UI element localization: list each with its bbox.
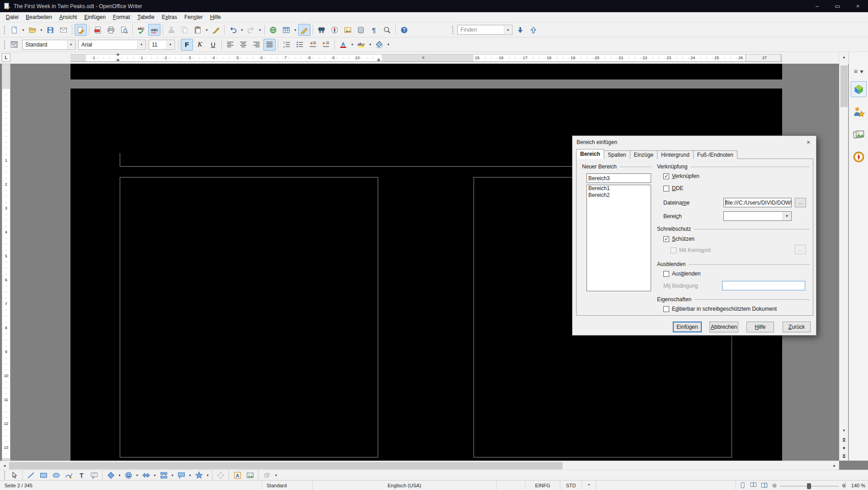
- symbol-shapes-dropdown[interactable]: ▾: [135, 469, 140, 481]
- freeform-line-button[interactable]: [63, 471, 75, 480]
- text-callout-button[interactable]: [88, 471, 100, 480]
- scroll-up-button[interactable]: ▲: [840, 53, 848, 61]
- single-page-view-button[interactable]: [738, 481, 747, 489]
- new-document-button[interactable]: [8, 24, 20, 36]
- align-center-button[interactable]: [237, 39, 249, 51]
- horizontal-ruler[interactable]: L 11234567891015161718192021222324252627…: [0, 52, 868, 64]
- checkbox-box[interactable]: ✓: [663, 173, 669, 179]
- symbol-shapes-button[interactable]: [122, 471, 134, 480]
- next-page-button[interactable]: [840, 453, 848, 461]
- tab-fuss-endnoten[interactable]: Fuß-/Endnoten: [693, 150, 737, 159]
- filename-input[interactable]: file:///C:/Users/DIVID/DOWN: [723, 198, 792, 207]
- horizontal-ruler-strip[interactable]: [70, 54, 782, 62]
- gallery-button[interactable]: [342, 24, 354, 36]
- find-input[interactable]: Finden▾: [457, 25, 512, 35]
- insert-mode[interactable]: EINFG: [525, 481, 560, 490]
- export-pdf-button[interactable]: [92, 24, 104, 36]
- checkbox-box[interactable]: [663, 186, 669, 191]
- italic-button[interactable]: K: [194, 39, 206, 51]
- section-select[interactable]: ▼: [723, 211, 792, 221]
- tab-type-selector[interactable]: L: [2, 53, 10, 62]
- tab-hintergrund[interactable]: Hintergrund: [657, 150, 694, 159]
- find-next-button[interactable]: [514, 24, 526, 36]
- section-name-input[interactable]: Bereich3: [586, 173, 651, 183]
- menu-fenster[interactable]: Fenster: [181, 13, 206, 22]
- dialog-close-icon[interactable]: ×: [805, 139, 812, 146]
- open-button[interactable]: [26, 24, 38, 36]
- font-color-button[interactable]: A: [337, 39, 349, 51]
- zuruck-button[interactable]: Zurück: [783, 322, 811, 332]
- sidebar-menu[interactable]: ≡ ▾: [851, 63, 867, 79]
- horizontal-scrollbar-thumb[interactable]: [9, 462, 563, 469]
- checkbox-box[interactable]: [663, 306, 669, 312]
- align-right-button[interactable]: [250, 39, 263, 51]
- scroll-right-button[interactable]: ►: [830, 462, 839, 470]
- formatting-marks-button[interactable]: ¶: [368, 24, 380, 36]
- zoom-out-button[interactable]: ⊖: [771, 482, 778, 489]
- scroll-left-button[interactable]: ◄: [0, 462, 9, 470]
- section-list[interactable]: Bereich1Bereich2: [586, 185, 651, 291]
- column-separator-icon[interactable]: ≡: [422, 55, 425, 60]
- paragraph-style-select-dropdown-arrow[interactable]: ▾: [67, 41, 75, 49]
- zoom-button[interactable]: [381, 24, 393, 36]
- redo-dropdown[interactable]: ▾: [258, 24, 263, 36]
- paste-button[interactable]: [192, 24, 204, 36]
- line-button[interactable]: [25, 471, 37, 480]
- table-button[interactable]: [280, 24, 292, 36]
- sidebar-gallery[interactable]: [851, 126, 867, 142]
- multi-page-view-button[interactable]: [749, 481, 758, 489]
- vertical-scrollbar-thumb[interactable]: [840, 65, 848, 107]
- modified-flag[interactable]: *: [582, 481, 596, 490]
- background-color-button[interactable]: [373, 39, 385, 51]
- flowchart-button[interactable]: [158, 471, 169, 480]
- menu-extras[interactable]: Extras: [158, 13, 181, 22]
- menu-einfugen[interactable]: Einfügen: [80, 13, 109, 22]
- filename-browse-button[interactable]: ...: [795, 198, 806, 207]
- undo-button[interactable]: [227, 24, 239, 36]
- page-style[interactable]: Standard: [262, 481, 313, 490]
- selection-mode[interactable]: STD: [560, 481, 582, 490]
- font-name-select[interactable]: Arial▾: [78, 40, 146, 50]
- language[interactable]: Englisch (USA): [313, 481, 497, 490]
- justify-button[interactable]: [263, 39, 276, 51]
- increase-indent-button[interactable]: [320, 39, 332, 51]
- tab-spalten[interactable]: Spalten: [604, 150, 630, 159]
- dde-checkbox-row[interactable]: DDE: [663, 185, 683, 191]
- menu-tabelle[interactable]: Tabelle: [134, 13, 158, 22]
- basic-shapes-dropdown[interactable]: ▾: [117, 469, 122, 481]
- close-button[interactable]: ×: [848, 0, 868, 12]
- block-arrows-button[interactable]: [140, 471, 152, 480]
- left-indent-marker[interactable]: [116, 58, 120, 61]
- sidebar-properties[interactable]: [851, 81, 867, 97]
- open-dropdown[interactable]: ▾: [39, 24, 44, 36]
- horizontal-scrollbar[interactable]: ◄ ►: [0, 461, 839, 470]
- link-checkbox-row[interactable]: ✓Verknüpfen: [663, 173, 699, 179]
- maximize-button[interactable]: ▭: [827, 0, 848, 12]
- previous-page-button[interactable]: [840, 435, 848, 443]
- font-size-select-dropdown-arrow[interactable]: ▾: [166, 41, 174, 49]
- ellipse-button[interactable]: [50, 471, 62, 480]
- protect-checkbox-row[interactable]: ✓Schützen: [663, 236, 694, 242]
- checkbox-box[interactable]: ✓: [663, 236, 669, 242]
- select-button[interactable]: [8, 471, 20, 480]
- toolbar-overflow[interactable]: ▾: [273, 469, 279, 481]
- chevron-down-icon[interactable]: ▼: [783, 212, 791, 220]
- undo-dropdown[interactable]: ▾: [239, 24, 244, 36]
- right-indent-marker[interactable]: [377, 58, 380, 61]
- highlighting-dropdown[interactable]: ▾: [368, 39, 373, 51]
- print-button[interactable]: [105, 24, 117, 36]
- text-button[interactable]: T: [75, 471, 87, 480]
- table-dropdown[interactable]: ▾: [293, 24, 298, 36]
- align-left-button[interactable]: [224, 39, 236, 51]
- section-list-item[interactable]: Bereich1: [587, 185, 651, 192]
- sidebar-styles[interactable]: [851, 104, 867, 120]
- font-size-select[interactable]: 11▾: [149, 40, 175, 50]
- editable-checkbox-row[interactable]: Editierbar in schreibgeschütztem Dokumen…: [663, 306, 777, 312]
- find-replace-button[interactable]: [315, 24, 328, 36]
- einfugen-button[interactable]: Einfügen: [673, 322, 702, 332]
- book-view-button[interactable]: [760, 481, 769, 489]
- checkbox-box[interactable]: [663, 271, 669, 277]
- menu-format[interactable]: Format: [109, 13, 134, 22]
- minimize-button[interactable]: –: [807, 0, 827, 12]
- bold-button[interactable]: F: [181, 39, 193, 51]
